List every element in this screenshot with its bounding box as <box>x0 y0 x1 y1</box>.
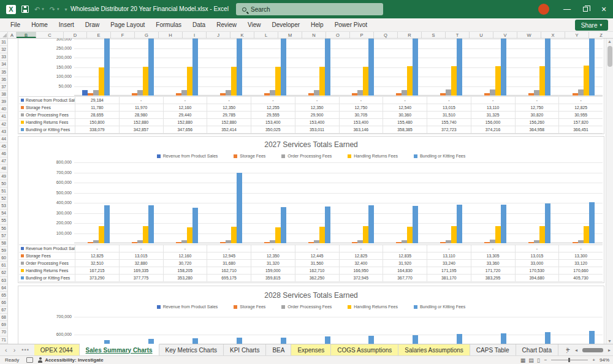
menu-tab-view[interactable]: View <box>242 18 267 31</box>
accessibility-status[interactable]: Accessibility: Investigate <box>45 357 104 363</box>
row-header-53[interactable]: 53 <box>0 202 7 210</box>
row-header-69[interactable]: 69 <box>0 321 7 328</box>
row-header-34[interactable]: 34 <box>0 61 7 68</box>
row-header-70[interactable]: 70 <box>0 328 7 336</box>
sheet-tab-opex-2044[interactable]: OPEX 2044 <box>34 344 80 355</box>
sheet-tab-chart-data[interactable]: Chart Data <box>516 344 558 355</box>
normal-view-icon[interactable]: ▦ <box>520 357 526 363</box>
restore-button[interactable] <box>576 0 595 18</box>
tab-options-kebab-icon[interactable]: ⋮ <box>564 347 570 354</box>
row-header-54[interactable]: 54 <box>0 210 7 217</box>
row-header-38[interactable]: 38 <box>0 91 7 98</box>
row-header-46[interactable]: 46 <box>0 150 7 157</box>
row-header-43[interactable]: 43 <box>0 128 7 135</box>
chart-2028-services-totals[interactable]: 2028 Services Totals EarnedRevenue from … <box>18 286 604 344</box>
zoom-slider-thumb[interactable] <box>568 358 570 362</box>
row-header-37[interactable]: 37 <box>0 83 7 91</box>
column-header-Y[interactable]: Y <box>565 32 589 38</box>
row-header-63[interactable]: 63 <box>0 277 7 284</box>
redo-icon[interactable]: ↷ <box>50 6 55 13</box>
menu-tab-formulas[interactable]: Formulas <box>150 18 187 31</box>
sheet-tab-cogs-assumptions[interactable]: COGS Assumptions <box>331 344 398 355</box>
column-header-U[interactable]: U <box>470 32 493 38</box>
row-header-44[interactable]: 44 <box>0 135 7 143</box>
row-header-71[interactable]: 71 <box>0 336 7 344</box>
column-header-E[interactable]: E <box>87 32 111 38</box>
row-header-64[interactable]: 64 <box>0 284 7 292</box>
row-header-60[interactable]: 60 <box>0 254 7 262</box>
prev-sheet-icon[interactable]: ‹ <box>5 346 7 354</box>
sheet-tab-kpi-charts[interactable]: KPI Charts <box>224 344 266 355</box>
menu-tab-developer[interactable]: Developer <box>266 18 305 31</box>
zoom-in-icon[interactable]: + <box>592 357 595 363</box>
column-header-D[interactable]: D <box>64 32 87 38</box>
redo-dropdown-icon[interactable]: ▾ <box>57 7 59 12</box>
share-button[interactable]: Share ▾ <box>575 20 608 31</box>
row-header-39[interactable]: 39 <box>0 98 7 105</box>
row-header-33[interactable]: 33 <box>0 53 7 61</box>
column-header-K[interactable]: K <box>230 32 254 38</box>
column-header-J[interactable]: J <box>207 32 230 38</box>
undo-dropdown-icon[interactable]: ▾ <box>42 7 44 12</box>
menu-tab-draw[interactable]: Draw <box>80 18 105 31</box>
more-sheets-icon[interactable]: ••• <box>21 347 29 353</box>
column-header-S[interactable]: S <box>422 32 446 38</box>
page-break-view-icon[interactable]: ▯ <box>537 357 540 363</box>
horizontal-scroll-thumb[interactable] <box>582 348 603 352</box>
menu-tab-file[interactable]: File <box>5 18 26 31</box>
row-header-65[interactable]: 65 <box>0 292 7 299</box>
sheet-tab-sales-summary-charts[interactable]: Sales Summary Charts <box>80 344 159 355</box>
row-header-49[interactable]: 49 <box>0 173 7 180</box>
column-header-X[interactable]: X <box>541 32 565 38</box>
row-header-58[interactable]: 58 <box>0 240 7 247</box>
scroll-down-icon[interactable]: ▼ <box>607 339 612 343</box>
save-icon[interactable] <box>21 6 29 13</box>
menu-tab-home[interactable]: Home <box>26 18 53 31</box>
row-header-67[interactable]: 67 <box>0 306 7 314</box>
column-header-T[interactable]: T <box>446 32 470 38</box>
column-header-P[interactable]: P <box>350 32 374 38</box>
sheet-tab-key-metrics-charts[interactable]: Key Metrics Charts <box>159 344 224 355</box>
row-header-61[interactable]: 61 <box>0 262 7 269</box>
row-header-42[interactable]: 42 <box>0 121 7 128</box>
row-header-66[interactable]: 66 <box>0 299 7 306</box>
row-header-57[interactable]: 57 <box>0 232 7 240</box>
vertical-scroll-thumb[interactable] <box>607 46 612 67</box>
column-header-H[interactable]: H <box>159 32 183 38</box>
row-header-45[interactable]: 45 <box>0 143 7 150</box>
row-header-31[interactable]: 31 <box>0 39 7 46</box>
row-header-35[interactable]: 35 <box>0 69 7 76</box>
menu-tab-insert[interactable]: Insert <box>53 18 80 31</box>
column-header-R[interactable]: R <box>398 32 422 38</box>
excel-app-icon[interactable]: X <box>6 5 16 14</box>
zoom-slider[interactable] <box>551 360 588 360</box>
row-header-50[interactable]: 50 <box>0 180 7 188</box>
sheet-tab-caps-table[interactable]: CAPS Table <box>470 344 516 355</box>
row-header-32[interactable]: 32 <box>0 46 7 53</box>
column-header-W[interactable]: W <box>517 32 541 38</box>
sheet-tab-expenses[interactable]: Expenses <box>291 344 331 355</box>
menu-tab-data[interactable]: Data <box>187 18 211 31</box>
row-header-48[interactable]: 48 <box>0 165 7 172</box>
row-header-47[interactable]: 47 <box>0 157 7 165</box>
row-header-62[interactable]: 62 <box>0 269 7 276</box>
column-header-C[interactable]: C <box>36 32 64 38</box>
chart-2027-services-totals[interactable]: 2027 Services Totals EarnedRevenue from … <box>18 136 604 283</box>
column-header-B[interactable]: B <box>17 32 36 38</box>
next-sheet-icon[interactable]: › <box>13 346 16 354</box>
menu-tab-power-pivot[interactable]: Power Pivot <box>329 18 373 31</box>
menu-tab-help[interactable]: Help <box>305 18 329 31</box>
select-all-corner[interactable] <box>0 32 8 38</box>
avatar[interactable] <box>538 4 549 15</box>
hscroll-left-icon[interactable]: ◂ <box>575 347 577 353</box>
sheet-canvas[interactable]: 300,000250,000200,000150,000100,00050,00… <box>8 39 613 344</box>
row-header-41[interactable]: 41 <box>0 113 7 120</box>
sheet-tab-bea[interactable]: BEA <box>266 344 291 355</box>
column-header-F[interactable]: F <box>111 32 135 38</box>
column-header-Z[interactable]: Z <box>589 32 613 38</box>
macro-record-icon[interactable] <box>26 357 33 363</box>
page-layout-view-icon[interactable]: ▤ <box>528 357 534 363</box>
zoom-out-icon[interactable]: − <box>544 357 547 363</box>
hscroll-right-icon[interactable]: ▸ <box>608 347 611 353</box>
row-header-40[interactable]: 40 <box>0 105 7 113</box>
